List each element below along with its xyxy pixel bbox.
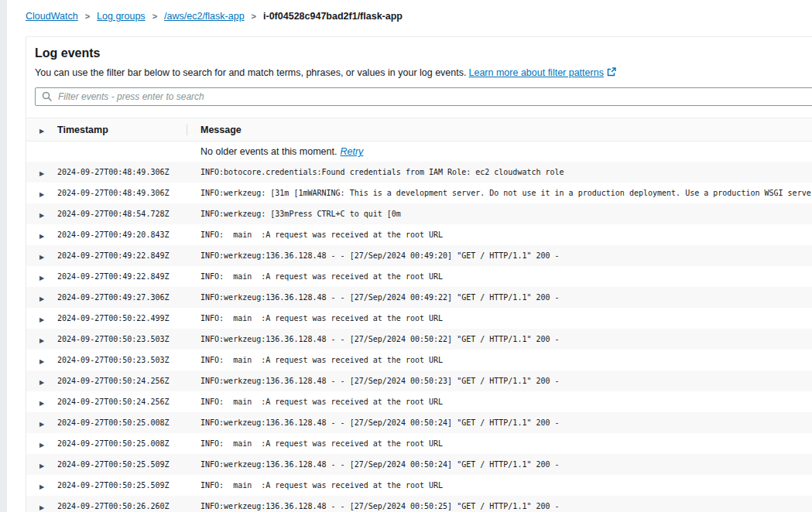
expand-row-icon[interactable]: ▶ (39, 484, 44, 490)
message-cell: INFO:__main__:A request was received at … (187, 272, 812, 281)
breadcrumb-item-0[interactable]: CloudWatch (26, 11, 78, 22)
timestamp-cell: 2024-09-27T00:50:25.509Z (45, 481, 187, 490)
expand-row-icon[interactable]: ▶ (39, 463, 44, 469)
table-row: ▶2024-09-27T00:50:25.509ZINFO:werkzeug:1… (26, 454, 812, 475)
no-older-events-row: No older events at this moment.Retry (26, 142, 812, 162)
learn-more-link[interactable]: Learn more about filter patterns (468, 67, 603, 78)
expand-row-icon[interactable]: ▶ (39, 380, 44, 386)
table-row: ▶2024-09-27T00:50:23.503ZINFO:__main__:A… (26, 350, 812, 370)
timestamp-column-header: Timestamp (45, 125, 187, 135)
message-cell: INFO:__main__:A request was received at … (187, 314, 812, 323)
expand-row-icon[interactable]: ▶ (39, 338, 44, 344)
table-row: ▶2024-09-27T00:48:49.306ZINFO:werkzeug: … (26, 183, 812, 203)
expand-row-icon[interactable]: ▶ (39, 422, 44, 428)
table-row: ▶2024-09-27T00:50:25.008ZINFO:werkzeug:1… (26, 412, 812, 433)
expand-row-icon[interactable]: ▶ (39, 505, 44, 511)
message-column-header: Message (187, 125, 812, 135)
timestamp-cell: 2024-09-27T00:50:25.008Z (45, 418, 187, 427)
timestamp-cell: 2024-09-27T00:49:27.306Z (45, 293, 187, 302)
timestamp-cell: 2024-09-27T00:50:25.509Z (45, 460, 187, 469)
message-cell: INFO:werkzeug: [31m [1mWARNING: This is … (187, 189, 812, 197)
message-cell: INFO:__main__:A request was received at … (187, 398, 812, 406)
table-row: ▶2024-09-27T00:49:22.849ZINFO:__main__:A… (26, 266, 812, 287)
description-text: You can use the filter bar below to sear… (35, 67, 466, 78)
timestamp-cell: 2024-09-27T00:50:22.499Z (45, 314, 187, 323)
expand-row-icon[interactable]: ▶ (39, 213, 44, 219)
timestamp-cell: 2024-09-27T00:48:49.306Z (45, 168, 187, 176)
breadcrumb-item-1[interactable]: Log groups (97, 11, 146, 22)
message-cell: INFO:__main__:A request was received at … (187, 439, 812, 448)
breadcrumb-separator-icon: > (252, 12, 256, 21)
message-cell: INFO:werkzeug:136.36.128.48 - - [27/Sep/… (187, 460, 812, 469)
breadcrumb-item-2[interactable]: /aws/ec2/flask-app (164, 11, 245, 22)
table-row: ▶2024-09-27T00:50:25.008ZINFO:__main__:A… (26, 433, 812, 454)
message-cell: INFO:botocore.credentials:Found credenti… (187, 168, 812, 176)
expand-column-icon: ▶ (39, 128, 44, 135)
message-cell: INFO:werkzeug:136.36.128.48 - - [27/Sep/… (187, 251, 812, 260)
message-cell: INFO:__main__:A request was received at … (187, 356, 812, 364)
table-row: ▶2024-09-27T00:50:22.499ZINFO:__main__:A… (26, 308, 812, 329)
timestamp-cell: 2024-09-27T00:48:54.728Z (45, 210, 187, 218)
no-older-events-text: No older events at this moment. (200, 146, 337, 157)
message-cell: INFO:werkzeug: [33mPress CTRL+C to quit … (187, 210, 812, 218)
message-cell: INFO:werkzeug:136.36.128.48 - - [27/Sep/… (187, 418, 812, 427)
timestamp-cell: 2024-09-27T00:50:25.008Z (45, 439, 187, 448)
expand-row-icon[interactable]: ▶ (39, 254, 44, 261)
breadcrumb-item-3: i-0f04528c947bad2f1/flask-app (263, 11, 403, 22)
breadcrumb-separator-icon: > (152, 12, 157, 21)
retry-link[interactable]: Retry (340, 146, 363, 157)
timestamp-cell: 2024-09-27T00:49:20.843Z (45, 230, 187, 239)
expand-row-icon[interactable]: ▶ (39, 401, 44, 407)
table-row: ▶2024-09-27T00:50:24.256ZINFO:werkzeug:1… (26, 370, 812, 391)
expand-row-icon[interactable]: ▶ (39, 171, 44, 177)
message-cell: INFO:werkzeug:136.36.128.48 - - [27/Sep/… (187, 335, 812, 343)
table-row: ▶2024-09-27T00:49:27.306ZINFO:werkzeug:1… (26, 287, 812, 308)
log-events-panel: Log events You can use the filter bar be… (26, 36, 812, 512)
table-row: ▶2024-09-27T00:49:20.843ZINFO:__main__:A… (26, 224, 812, 245)
expand-row-icon[interactable]: ▶ (39, 317, 44, 323)
message-cell: INFO:__main__:A request was received at … (187, 230, 812, 239)
table-row: ▶2024-09-27T00:48:49.306ZINFO:botocore.c… (26, 162, 812, 183)
filter-events-input[interactable] (35, 87, 812, 106)
breadcrumb-separator-icon: > (85, 12, 90, 21)
expand-row-icon[interactable]: ▶ (39, 442, 44, 449)
table-header-row: ▶ Timestamp Message (26, 118, 812, 142)
timestamp-cell: 2024-09-27T00:50:23.503Z (45, 335, 187, 343)
expand-row-icon[interactable]: ▶ (39, 359, 44, 365)
log-table-body: ▶2024-09-27T00:48:49.306ZINFO:botocore.c… (26, 162, 812, 512)
expand-row-icon[interactable]: ▶ (39, 234, 44, 240)
page-left-gutter (0, 0, 7, 512)
expand-row-icon[interactable]: ▶ (39, 192, 44, 198)
expand-row-icon[interactable]: ▶ (39, 275, 44, 282)
timestamp-cell: 2024-09-27T00:50:23.503Z (45, 356, 187, 364)
external-link-icon (607, 67, 616, 80)
timestamp-cell: 2024-09-27T00:50:24.256Z (45, 377, 187, 385)
panel-description: You can use the filter bar below to sear… (35, 67, 812, 80)
table-row: ▶2024-09-27T00:49:22.849ZINFO:werkzeug:1… (26, 245, 812, 266)
message-cell: INFO:werkzeug:136.36.128.48 - - [27/Sep/… (187, 377, 812, 385)
table-row: ▶2024-09-27T00:50:24.256ZINFO:__main__:A… (26, 391, 812, 412)
expand-row-icon[interactable]: ▶ (39, 296, 44, 302)
page-title: Log events (26, 37, 812, 61)
table-row: ▶2024-09-27T00:48:54.728ZINFO:werkzeug: … (26, 203, 812, 224)
timestamp-cell: 2024-09-27T00:49:22.849Z (45, 272, 187, 281)
timestamp-cell: 2024-09-27T00:50:26.260Z (45, 502, 187, 510)
breadcrumb: CloudWatch>Log groups>/aws/ec2/flask-app… (26, 10, 403, 22)
message-cell: INFO:werkzeug:136.36.128.48 - - [27/Sep/… (187, 502, 812, 510)
table-row: ▶2024-09-27T00:50:23.503ZINFO:werkzeug:1… (26, 329, 812, 350)
message-cell: INFO:werkzeug:136.36.128.48 - - [27/Sep/… (187, 293, 812, 302)
table-row: ▶2024-09-27T00:50:25.509ZINFO:__main__:A… (26, 475, 812, 496)
filter-bar (35, 87, 812, 106)
log-events-table: ▶ Timestamp Message No older events at t… (26, 118, 812, 512)
timestamp-cell: 2024-09-27T00:48:49.306Z (45, 189, 187, 197)
timestamp-cell: 2024-09-27T00:49:22.849Z (45, 251, 187, 260)
message-cell: INFO:__main__:A request was received at … (187, 481, 812, 490)
table-row: ▶2024-09-27T00:50:26.260ZINFO:werkzeug:1… (26, 496, 812, 512)
timestamp-cell: 2024-09-27T00:50:24.256Z (45, 398, 187, 406)
